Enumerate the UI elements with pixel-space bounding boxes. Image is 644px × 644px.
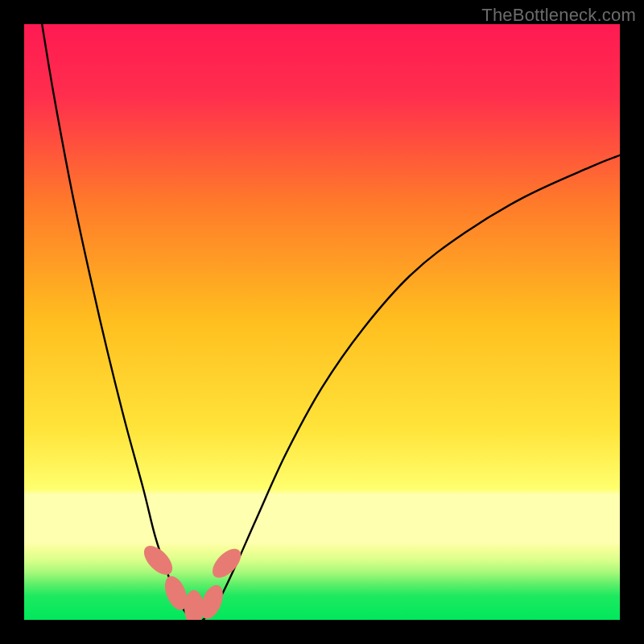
gradient-background	[24, 24, 620, 620]
watermark-text: TheBottleneck.com	[481, 5, 636, 26]
bottleneck-chart	[24, 24, 620, 620]
chart-frame	[24, 24, 620, 620]
